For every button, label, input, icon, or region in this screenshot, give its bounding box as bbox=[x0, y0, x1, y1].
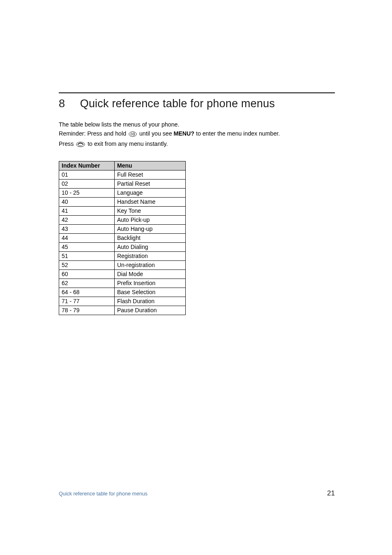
cell-menu: Language bbox=[115, 188, 186, 197]
page-footer: Quick reference table for phone menus 21 bbox=[59, 489, 335, 497]
table-row: 45Auto Dialing bbox=[59, 242, 186, 251]
table-row: 01Full Reset bbox=[59, 170, 186, 179]
table-row: 42Auto Pick-up bbox=[59, 215, 186, 224]
cell-menu: Backlight bbox=[115, 233, 186, 242]
table-header-row: Index Number Menu bbox=[59, 161, 186, 170]
top-rule bbox=[59, 92, 335, 93]
intro-line-2-bold: MENU? bbox=[174, 130, 194, 137]
table-row: 41Key Tone bbox=[59, 206, 186, 215]
page-title: 8 Quick reference table for phone menus bbox=[59, 97, 335, 110]
table-row: 64 - 68Base Selection bbox=[59, 288, 186, 297]
cell-menu: Auto Dialing bbox=[115, 242, 186, 251]
exit-key-icon: EXIT bbox=[76, 141, 85, 150]
table-row: 78 - 79Pause Duration bbox=[59, 306, 186, 315]
cell-menu: Partial Reset bbox=[115, 179, 186, 188]
col-header-index: Index Number bbox=[59, 161, 115, 170]
table-row: 02Partial Reset bbox=[59, 179, 186, 188]
cell-menu: Base Selection bbox=[115, 288, 186, 297]
cell-menu: Auto Pick-up bbox=[115, 215, 186, 224]
cell-menu: Flash Duration bbox=[115, 297, 186, 306]
cell-index: 64 - 68 bbox=[59, 288, 115, 297]
intro-line-2-post: to enter the menu index number. bbox=[196, 130, 280, 137]
cell-menu: Full Reset bbox=[115, 170, 186, 179]
intro-text: The table below lists the menus of your … bbox=[59, 121, 335, 150]
redial-hold-key-icon bbox=[129, 131, 137, 139]
cell-index: 01 bbox=[59, 170, 115, 179]
cell-index: 71 - 77 bbox=[59, 297, 115, 306]
svg-text:EXIT: EXIT bbox=[78, 144, 83, 146]
svg-point-1 bbox=[131, 133, 133, 135]
section-title: Quick reference table for phone menus bbox=[80, 97, 275, 110]
cell-index: 78 - 79 bbox=[59, 306, 115, 315]
cell-menu: Registration bbox=[115, 251, 186, 260]
cell-menu: Handset Name bbox=[115, 197, 186, 206]
cell-index: 44 bbox=[59, 233, 115, 242]
section-number: 8 bbox=[59, 97, 77, 110]
cell-index: 45 bbox=[59, 242, 115, 251]
table-row: 40Handset Name bbox=[59, 197, 186, 206]
table-row: 43Auto Hang-up bbox=[59, 224, 186, 233]
cell-menu: Dial Mode bbox=[115, 269, 186, 279]
content-area: 8 Quick reference table for phone menus … bbox=[59, 92, 335, 315]
menu-index-table: Index Number Menu 01Full Reset02Partial … bbox=[59, 161, 186, 315]
footer-section-title: Quick reference table for phone menus bbox=[59, 491, 148, 497]
document-page: 8 Quick reference table for phone menus … bbox=[0, 0, 392, 555]
intro-line-3: Press EXIT to exit from any menu instant… bbox=[59, 140, 335, 150]
col-header-menu: Menu bbox=[115, 161, 186, 170]
table-row: 52Un-registration bbox=[59, 260, 186, 269]
cell-menu: Un-registration bbox=[115, 260, 186, 269]
cell-menu: Auto Hang-up bbox=[115, 224, 186, 233]
intro-line-3-pre: Press bbox=[59, 140, 75, 147]
table-row: 10 - 25Language bbox=[59, 188, 186, 197]
cell-index: 43 bbox=[59, 224, 115, 233]
intro-line-2-pre: Reminder: Press and hold bbox=[59, 130, 128, 137]
intro-line-3-post: to exit from any menu instantly. bbox=[88, 140, 168, 147]
cell-index: 51 bbox=[59, 251, 115, 260]
table-body: 01Full Reset02Partial Reset10 - 25Langua… bbox=[59, 170, 186, 315]
footer-page-number: 21 bbox=[327, 489, 335, 497]
cell-menu: Pause Duration bbox=[115, 306, 186, 315]
table-row: 60Dial Mode bbox=[59, 269, 186, 279]
cell-index: 60 bbox=[59, 269, 115, 279]
intro-line-2: Reminder: Press and hold until you see M… bbox=[59, 130, 335, 139]
table-row: 44Backlight bbox=[59, 233, 186, 242]
intro-line-1: The table below lists the menus of your … bbox=[59, 121, 335, 129]
cell-index: 41 bbox=[59, 206, 115, 215]
table-row: 71 - 77Flash Duration bbox=[59, 297, 186, 306]
cell-index: 42 bbox=[59, 215, 115, 224]
table-row: 62Prefix Insertion bbox=[59, 279, 186, 288]
cell-menu: Key Tone bbox=[115, 206, 186, 215]
cell-index: 62 bbox=[59, 279, 115, 288]
cell-index: 40 bbox=[59, 197, 115, 206]
cell-menu: Prefix Insertion bbox=[115, 279, 186, 288]
table-row: 51Registration bbox=[59, 251, 186, 260]
intro-line-2-mid: until you see bbox=[139, 130, 174, 137]
cell-index: 52 bbox=[59, 260, 115, 269]
cell-index: 02 bbox=[59, 179, 115, 188]
cell-index: 10 - 25 bbox=[59, 188, 115, 197]
